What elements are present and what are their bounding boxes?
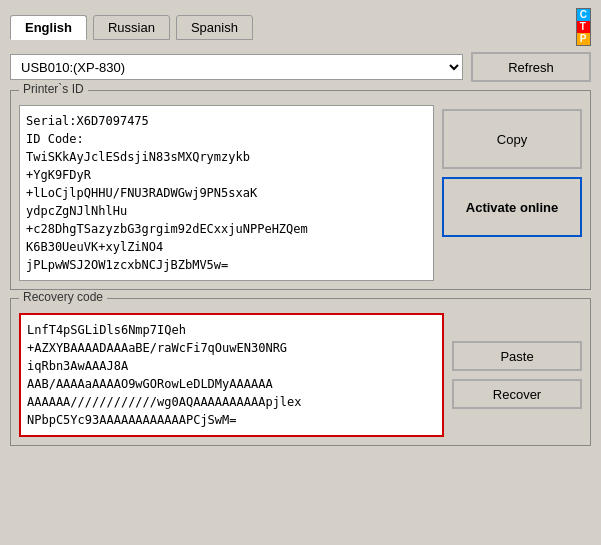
logo: C T P bbox=[576, 8, 591, 46]
printer-id-legend: Printer`s ID bbox=[19, 82, 88, 96]
logo-c: C bbox=[577, 9, 590, 21]
tab-russian[interactable]: Russian bbox=[93, 15, 170, 40]
copy-button[interactable]: Copy bbox=[442, 109, 582, 169]
top-bar: English Russian Spanish C T P bbox=[0, 0, 601, 52]
recovery-code-legend: Recovery code bbox=[19, 290, 107, 304]
refresh-button[interactable]: Refresh bbox=[471, 52, 591, 82]
printer-id-section: Printer`s ID Serial:X6D7097475 ID Code: … bbox=[10, 90, 591, 290]
logo-p: P bbox=[577, 33, 590, 45]
device-row: USB010:(XP-830) Refresh bbox=[10, 52, 591, 82]
activate-online-button[interactable]: Activate online bbox=[442, 177, 582, 237]
printer-id-inner: Serial:X6D7097475 ID Code: TwiSKkAyJclES… bbox=[11, 91, 590, 289]
recover-button[interactable]: Recover bbox=[452, 379, 582, 409]
main-content: USB010:(XP-830) Refresh Printer`s ID Ser… bbox=[0, 52, 601, 464]
device-select[interactable]: USB010:(XP-830) bbox=[10, 54, 463, 80]
tab-spanish[interactable]: Spanish bbox=[176, 15, 253, 40]
paste-button[interactable]: Paste bbox=[452, 341, 582, 371]
printer-id-buttons: Copy Activate online bbox=[442, 105, 582, 281]
recovery-code-section: Recovery code LnfT4pSGLiDls6Nmp7IQeh +AZ… bbox=[10, 298, 591, 446]
logo-t: T bbox=[577, 21, 590, 33]
recovery-code-text[interactable]: LnfT4pSGLiDls6Nmp7IQeh +AZXYBAAAADAAAaBE… bbox=[19, 313, 444, 437]
recovery-buttons: Paste Recover bbox=[452, 313, 582, 437]
recovery-inner: LnfT4pSGLiDls6Nmp7IQeh +AZXYBAAAADAAAaBE… bbox=[11, 299, 590, 445]
tab-english[interactable]: English bbox=[10, 15, 87, 40]
printer-id-text: Serial:X6D7097475 ID Code: TwiSKkAyJclES… bbox=[19, 105, 434, 281]
